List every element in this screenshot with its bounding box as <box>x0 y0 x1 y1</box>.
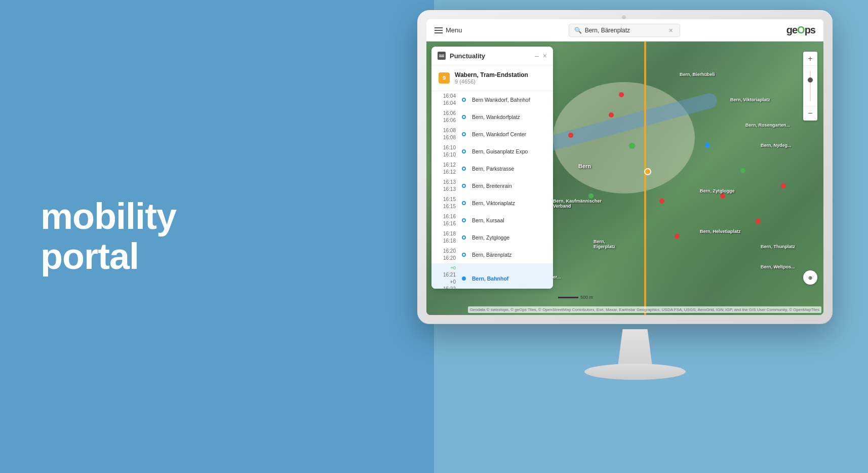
geops-logo: geOps <box>786 24 815 36</box>
map-area[interactable]: Bern, Bierhübeli Bern, Viktoriaplatz Ber… <box>426 42 823 315</box>
panel-title: Punctuality <box>450 52 531 60</box>
route-sub: 9 (4656) <box>455 78 528 85</box>
stop-connector <box>459 184 469 188</box>
scale-bar <box>558 297 578 298</box>
menu-button[interactable]: Menu <box>435 26 462 34</box>
search-icon: 🔍 <box>574 27 582 34</box>
stop-marker-9[interactable] <box>720 193 725 199</box>
stop-list[interactable]: 16:0416:04Bern Wankdorf, Bahnhof16:0616:… <box>431 91 553 289</box>
tram-route-line <box>644 42 646 315</box>
zoom-thumb <box>808 77 813 83</box>
stop-dot <box>462 277 466 281</box>
place-label-rosengarten: Bern, Rosengarten... <box>745 123 790 128</box>
stop-name: Bern, Zytglogge <box>472 234 548 241</box>
app-header: Menu 🔍 × geOps <box>426 19 823 42</box>
route-name: Wabern, Tram-Endstation <box>455 71 528 78</box>
panel-header: Punctuality – × <box>431 47 553 65</box>
svg-rect-1 <box>439 56 444 57</box>
place-label-bern: Bern <box>578 163 591 169</box>
hamburger-icon <box>435 27 443 33</box>
search-input[interactable] <box>585 27 666 34</box>
stop-connector <box>459 132 469 136</box>
stop-times: 16:0816:08 <box>437 127 456 141</box>
stop-name: Bern, Bärenplatz <box>472 252 548 258</box>
zoom-in-button[interactable]: + <box>803 52 817 66</box>
place-label-1: Bern, Bierhübeli <box>680 72 715 77</box>
stop-row[interactable]: 16:0816:08Bern, Wankdorf Center <box>431 126 553 143</box>
stop-name: Bern, Parkstrasse <box>472 166 548 172</box>
stop-marker-7[interactable] <box>675 234 680 239</box>
clear-search-button[interactable]: × <box>669 26 673 34</box>
monitor-bezel: Menu 🔍 × geOps <box>417 10 833 324</box>
zoom-controls: + − <box>803 52 817 121</box>
stop-row[interactable]: 16:1316:13Bern, Breitenrain <box>431 177 553 194</box>
stop-row[interactable]: 16:0616:06Bern, Wankdorfplatz <box>431 108 553 126</box>
route-badge: 9 <box>439 72 450 84</box>
stop-connector <box>459 235 469 240</box>
map-attribution: Geodata © swisstopo, © geOps Tiles, © Op… <box>468 306 821 313</box>
panel-close-button[interactable]: × <box>543 52 547 60</box>
stop-row[interactable]: 16:2016:20Bern, Bärenplatz <box>431 246 553 263</box>
stop-marker-2[interactable] <box>609 112 614 117</box>
stop-name: Bern, Guisanplatz Expo <box>472 148 548 154</box>
stop-connector <box>459 201 469 205</box>
vehicle-marker[interactable] <box>644 168 651 175</box>
stop-row[interactable]: 16:1216:12Bern, Parkstrasse <box>431 160 553 177</box>
stop-marker-10[interactable] <box>740 168 745 173</box>
stop-connector <box>459 277 469 281</box>
stop-marker-1[interactable] <box>619 92 624 97</box>
compass[interactable]: ⊕ <box>803 270 817 285</box>
stop-name: Bern, Wankdorfplatz <box>472 114 548 120</box>
punctuality-icon <box>438 52 446 60</box>
stop-connector <box>459 98 469 102</box>
stop-connector <box>459 149 469 153</box>
stop-marker-3[interactable] <box>629 143 635 149</box>
place-label-viktoria: Bern, Viktoriaplatz <box>730 97 770 102</box>
place-label-eiger: Bern,Eigerplatz <box>594 239 615 249</box>
stop-marker-5[interactable] <box>659 199 664 204</box>
stop-row[interactable]: 16:0416:04Bern Wankdorf, Bahnhof <box>431 91 553 108</box>
stop-name: Bern, Kursaal <box>472 217 548 223</box>
stop-dot <box>462 184 466 188</box>
stop-dot <box>462 201 466 205</box>
stop-times: 16:1616:16 <box>437 213 456 227</box>
route-info: Wabern, Tram-Endstation 9 (4656) <box>455 71 528 85</box>
stop-row[interactable]: 16:1816:18Bern, Zytglogge <box>431 229 553 246</box>
stop-connector <box>459 167 469 171</box>
stop-name: Bern, Bahnhof <box>472 275 548 282</box>
punctuality-panel: Punctuality – × 9 Wabern, Tram-Endstatio… <box>431 47 553 289</box>
panel-minimize-button[interactable]: – <box>535 52 539 60</box>
stop-marker-12[interactable] <box>781 183 786 188</box>
stop-times: 16:1016:10 <box>437 144 456 159</box>
stop-dot <box>462 218 466 222</box>
place-label-helvetia: Bern, Helvetiaplatz <box>700 229 741 234</box>
stop-marker-8[interactable] <box>705 143 710 148</box>
stop-marker-11[interactable] <box>756 219 761 224</box>
stop-name: Bern, Breitenrain <box>472 183 548 189</box>
stop-row[interactable]: +016:21+016:22Bern, Bahnhof <box>431 263 553 289</box>
zoom-slider[interactable] <box>803 66 817 106</box>
hero-line1: mobility <box>41 196 176 237</box>
stop-marker-6[interactable] <box>588 193 594 199</box>
stop-dot <box>462 149 466 153</box>
place-label-nydeg: Bern, Nydeg... <box>761 143 792 148</box>
stop-row[interactable]: 16:1516:15Bern, Viktoriaplatz <box>431 194 553 212</box>
webcam-dot <box>622 15 626 19</box>
zoom-out-button[interactable]: − <box>803 106 817 121</box>
stop-times: 16:0416:04 <box>437 93 456 107</box>
search-bar[interactable]: 🔍 × <box>569 24 680 37</box>
stop-name: Bern, Viktoriaplatz <box>472 200 548 206</box>
stop-row[interactable]: 16:1016:10Bern, Guisanplatz Expo <box>431 143 553 160</box>
place-label-weltpost: Bern, Weltpos... <box>761 264 795 269</box>
stop-marker-4[interactable] <box>568 133 573 138</box>
zoom-track <box>810 71 811 101</box>
stop-times: 16:1316:13 <box>437 179 456 193</box>
stop-dot <box>462 253 466 257</box>
stop-times: 16:1216:12 <box>437 162 456 176</box>
map-scale: 500 m <box>558 295 593 300</box>
stop-times: +016:21+016:22 <box>437 265 456 289</box>
monitor-wrapper: Menu 🔍 × geOps <box>417 10 853 451</box>
stop-dot <box>462 115 466 119</box>
stop-row[interactable]: 16:1616:16Bern, Kursaal <box>431 212 553 229</box>
stop-name: Bern Wankdorf, Bahnhof <box>472 97 548 103</box>
